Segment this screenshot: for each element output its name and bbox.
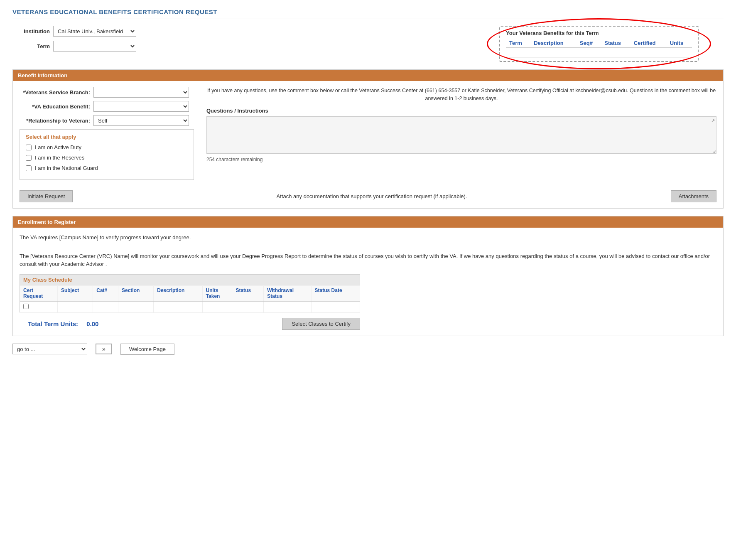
col-cert-request: CertRequest [20, 285, 58, 301]
relationship-label: *Relationship to Veteran: [20, 118, 90, 124]
page-title: VETERANS EDUCATIONAL BENEFITS CERTIFICAT… [12, 8, 724, 19]
initiate-request-button[interactable]: Initiate Request [20, 190, 73, 202]
goto-select[interactable]: go to ... [12, 344, 87, 354]
class-schedule-table: CertRequest Subject Cat# Section Descrip… [20, 285, 360, 313]
class-schedule-header: My Class Schedule [20, 274, 360, 285]
col-description: Description [154, 285, 202, 301]
enrollment-text-2: The [Veterans Resource Center (VRC) Name… [20, 252, 716, 268]
vb-col-units: Units [667, 39, 692, 48]
col-withdrawal-status: WithdrawalStatus [264, 285, 311, 301]
vb-empty-row [506, 48, 692, 58]
service-branch-label: *Veterans Service Branch: [20, 89, 90, 96]
chars-remaining: 254 characters remaining [206, 157, 716, 162]
vb-col-status: Status [601, 39, 630, 48]
select-all-box: Select all that apply I am on Active Dut… [20, 129, 194, 180]
national-guard-label: I am in the National Guard [35, 165, 98, 171]
enrollment-text-1: The VA requires [Campus Name] to verify … [20, 233, 716, 242]
term-select[interactable] [53, 41, 136, 52]
vb-table: Term Description Seq# Status Certified U… [506, 39, 692, 58]
schedule-empty-row [20, 301, 360, 312]
select-classes-button[interactable]: Select Classes to Certify [282, 318, 360, 330]
institution-label: Institution [12, 28, 50, 34]
service-branch-select[interactable] [93, 87, 189, 98]
reserves-checkbox[interactable] [26, 155, 32, 161]
info-text: If you have any questions, use the comme… [206, 87, 716, 103]
attachments-button[interactable]: Attachments [671, 190, 716, 202]
vb-col-seq: Seq# [577, 39, 601, 48]
questions-textarea[interactable] [206, 116, 716, 154]
total-term-units-label: Total Term Units: [28, 320, 78, 327]
section-divider [20, 185, 716, 185]
col-subject: Subject [57, 285, 93, 301]
education-benefit-select[interactable] [93, 101, 189, 112]
active-duty-label: I am on Active Duty [35, 144, 81, 150]
benefit-info-panel: Benefit Information *Veterans Service Br… [12, 69, 724, 209]
active-duty-checkbox[interactable] [26, 145, 32, 150]
term-label: Term [12, 43, 50, 49]
education-benefit-label: *VA Education Benefit: [20, 103, 90, 110]
attach-text: Attach any documentation that supports y… [73, 193, 670, 199]
national-guard-checkbox[interactable] [26, 165, 32, 171]
questions-label: Questions / Instructions [206, 108, 716, 114]
institution-select[interactable]: Cal State Univ., Bakersfield [53, 26, 136, 37]
institution-term-form: Institution Cal State Univ., Bakersfield… [12, 26, 136, 52]
row-checkbox[interactable] [23, 304, 29, 309]
col-status: Status [232, 285, 264, 301]
reserves-label: I am in the Reserves [35, 155, 84, 161]
col-section: Section [118, 285, 154, 301]
col-units-taken: UnitsTaken [202, 285, 232, 301]
select-all-title: Select all that apply [26, 134, 188, 140]
vb-col-certified: Certified [631, 39, 667, 48]
bottom-nav: go to ... » Welcome Page [12, 344, 724, 355]
expand-icon[interactable]: ↗ [711, 118, 715, 123]
relationship-select[interactable]: Self [93, 115, 189, 126]
col-cat: Cat# [93, 285, 118, 301]
goto-button[interactable]: » [96, 344, 112, 354]
vb-title: Your Veterans Benefits for this Term [506, 30, 692, 36]
benefit-info-header: Benefit Information [13, 70, 723, 81]
col-status-date: Status Date [311, 285, 360, 301]
vb-col-description: Description [530, 39, 577, 48]
total-term-units-value: 0.00 [86, 320, 111, 327]
vb-col-term: Term [506, 39, 530, 48]
enrollment-panel: Enrollment to Register The VA requires [… [12, 216, 724, 336]
enrollment-header: Enrollment to Register [13, 216, 723, 228]
welcome-page-button[interactable]: Welcome Page [120, 344, 174, 355]
veterans-benefits-box: Your Veterans Benefits for this Term Ter… [499, 26, 699, 62]
